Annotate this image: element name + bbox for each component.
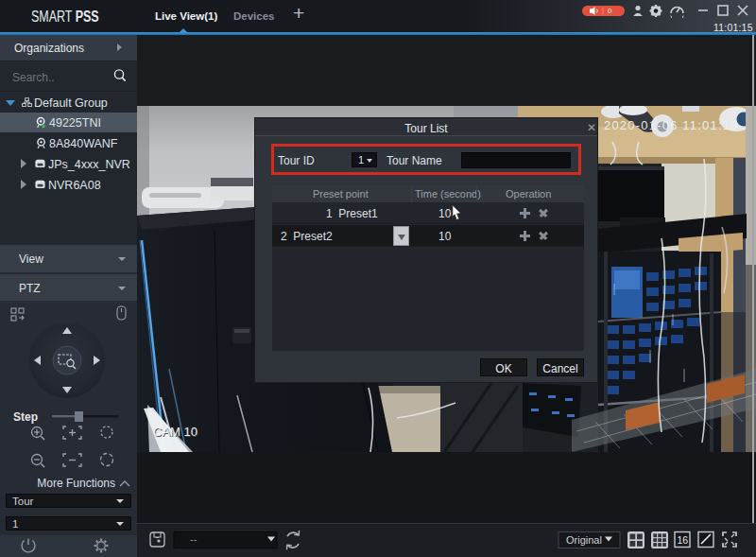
svg-text:More Functions: More Functions: [37, 477, 115, 490]
svg-text:--: --: [190, 533, 198, 545]
svg-text:CAM 10: CAM 10: [153, 425, 198, 439]
svg-text:16: 16: [678, 534, 689, 546]
svg-text:Original: Original: [566, 534, 602, 546]
svg-text:2020-01-06 11:01:19: 2020-01-06 11:01:19: [604, 118, 739, 132]
svg-text:Step: Step: [13, 410, 38, 424]
